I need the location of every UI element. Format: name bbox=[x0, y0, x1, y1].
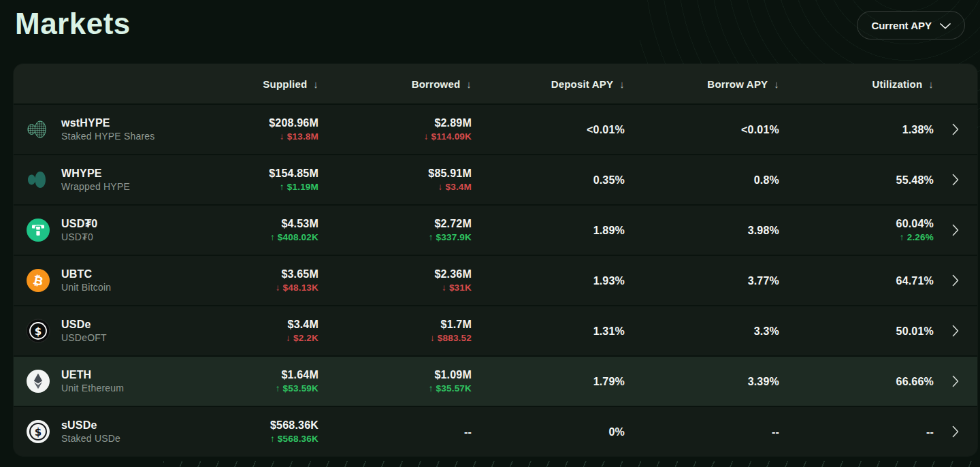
borrow-apy-value: 3.98% bbox=[748, 223, 779, 238]
wsthype-mesh-icon bbox=[26, 117, 50, 142]
asset-cell: ₿ UBTC Unit Bitcoin bbox=[14, 267, 204, 294]
borrowed-cell: $2.72M ↑ $337.9K bbox=[318, 216, 472, 244]
utilization-cell: 1.38% bbox=[779, 123, 934, 137]
arrow-down-icon: ↓ bbox=[466, 78, 472, 90]
row-detail-link[interactable] bbox=[934, 224, 977, 236]
column-header-borrowed[interactable]: Borrowed↓ bbox=[318, 78, 472, 90]
markets-table: Supplied↓ Borrowed↓ Deposit APY↓ Borrow … bbox=[14, 64, 977, 456]
svg-text:$: $ bbox=[35, 426, 42, 438]
chevron-right-icon bbox=[952, 224, 959, 236]
borrowed-value: $1.09M bbox=[434, 368, 472, 382]
borrowed-change: ↓ $114.09K bbox=[424, 130, 472, 143]
row-detail-link[interactable] bbox=[934, 274, 977, 287]
supplied-value: $568.36K bbox=[270, 418, 318, 432]
market-row[interactable]: $ USDe USDeOFT $3.4M ↓ $2.2K $1.7M ↓ $88… bbox=[14, 305, 977, 355]
borrow-apy-value: <0.01% bbox=[741, 123, 779, 137]
deposit-apy-cell: 1.79% bbox=[472, 374, 625, 389]
sort-selector-button[interactable]: Current APY bbox=[857, 11, 965, 39]
borrowed-change: ↓ $3.4M bbox=[438, 180, 472, 193]
borrow-apy-value: 0.8% bbox=[754, 173, 779, 187]
borrow-apy-value: 3.77% bbox=[748, 274, 779, 288]
borrow-apy-cell: 3.39% bbox=[625, 374, 779, 389]
supplied-change: ↓ $13.8M bbox=[280, 130, 318, 143]
row-detail-link[interactable] bbox=[934, 174, 977, 186]
asset-cell: UETH Unit Ethereum bbox=[14, 368, 204, 395]
supplied-change: ↑ $408.02K bbox=[270, 231, 318, 244]
column-header-borrow-apy[interactable]: Borrow APY↓ bbox=[625, 78, 779, 90]
chevron-down-icon bbox=[940, 20, 951, 31]
column-header-utilization[interactable]: Utilization↓ bbox=[779, 78, 934, 90]
deposit-apy-cell: 0.35% bbox=[472, 173, 625, 187]
eth-icon bbox=[26, 369, 50, 393]
background-hatch-pattern bbox=[163, 461, 980, 467]
supplied-value: $4.53M bbox=[281, 216, 318, 231]
supplied-value: $154.85M bbox=[269, 166, 318, 180]
row-detail-link[interactable] bbox=[934, 123, 977, 135]
deposit-apy-cell: 1.31% bbox=[472, 324, 625, 338]
asset-description: Wrapped HYPE bbox=[61, 180, 130, 193]
borrowed-value: $1.7M bbox=[441, 317, 472, 332]
deposit-apy-cell: 1.93% bbox=[472, 274, 625, 288]
asset-description: Staked USDe bbox=[61, 432, 120, 445]
sort-selector-label: Current APY bbox=[871, 20, 932, 31]
asset-cell: wstHYPE Staked HYPE Shares bbox=[14, 116, 204, 143]
asset-name: WHYPE bbox=[61, 166, 130, 180]
market-row[interactable]: USD₮0 USD₮0 $4.53M ↑ $408.02K $2.72M ↑ $… bbox=[14, 204, 977, 255]
utilization-value: 64.71% bbox=[896, 274, 934, 288]
market-row[interactable]: wstHYPE Staked HYPE Shares $208.96M ↓ $1… bbox=[14, 103, 977, 154]
column-header-supplied[interactable]: Supplied↓ bbox=[204, 78, 318, 90]
supplied-change: ↑ $1.19M bbox=[280, 180, 318, 193]
deposit-apy-value: 1.31% bbox=[593, 324, 625, 338]
asset-description: USDeOFT bbox=[61, 332, 107, 344]
supplied-change: ↑ $53.59K bbox=[276, 382, 318, 395]
borrowed-cell: $2.36M ↓ $31K bbox=[318, 267, 472, 294]
market-row[interactable]: WHYPE Wrapped HYPE $154.85M ↑ $1.19M $85… bbox=[14, 154, 977, 204]
borrowed-change: ↓ $883.52 bbox=[430, 332, 472, 344]
row-detail-link[interactable] bbox=[934, 375, 977, 387]
market-row[interactable]: UETH Unit Ethereum $1.64M ↑ $53.59K $1.0… bbox=[14, 355, 977, 406]
market-row[interactable]: $ sUSDe Staked USDe $568.36K ↑ $568.36K … bbox=[14, 406, 977, 456]
borrowed-value: $2.72M bbox=[434, 216, 472, 231]
deposit-apy-value: 1.79% bbox=[593, 374, 625, 389]
borrowed-value: $2.36M bbox=[434, 267, 472, 281]
supplied-value: $1.64M bbox=[281, 368, 318, 382]
utilization-cell: 66.66% bbox=[779, 374, 934, 389]
column-header-deposit-apy[interactable]: Deposit APY↓ bbox=[472, 78, 625, 90]
deposit-apy-cell: 0% bbox=[472, 425, 625, 439]
svg-text:$: $ bbox=[35, 325, 42, 338]
table-header-row: Supplied↓ Borrowed↓ Deposit APY↓ Borrow … bbox=[14, 64, 977, 103]
supplied-cell: $3.65M ↓ $48.13K bbox=[204, 267, 318, 294]
supplied-value: $3.65M bbox=[281, 267, 318, 281]
asset-description: Staked HYPE Shares bbox=[61, 130, 154, 143]
arrow-down-icon: ↓ bbox=[774, 78, 779, 90]
utilization-cell: 60.04% ↑ 2.26% bbox=[779, 216, 934, 244]
utilization-value: 60.04% bbox=[896, 216, 934, 231]
supplied-value: $208.96M bbox=[269, 116, 318, 130]
utilization-value: 1.38% bbox=[902, 123, 934, 137]
chevron-right-icon bbox=[952, 425, 959, 438]
supplied-change: ↓ $48.13K bbox=[276, 281, 318, 294]
asset-name: UETH bbox=[61, 368, 124, 382]
asset-description: Unit Bitcoin bbox=[61, 281, 111, 294]
asset-description: USD₮0 bbox=[61, 231, 97, 244]
btc-icon: ₿ bbox=[26, 268, 50, 293]
susde-icon: $ bbox=[26, 419, 50, 444]
borrow-apy-cell: 3.3% bbox=[625, 324, 779, 338]
borrowed-cell: $1.09M ↑ $35.57K bbox=[318, 368, 472, 395]
whype-icon bbox=[26, 167, 50, 192]
borrow-apy-value: 3.3% bbox=[754, 324, 779, 338]
borrowed-change: ↑ $337.9K bbox=[429, 231, 472, 244]
utilization-value: -- bbox=[926, 425, 934, 439]
borrowed-value: $2.89M bbox=[434, 116, 472, 130]
asset-name: wstHYPE bbox=[61, 116, 154, 130]
borrowed-change: ↓ $31K bbox=[442, 281, 472, 294]
usdt0-icon bbox=[26, 218, 50, 242]
arrow-down-icon: ↓ bbox=[928, 78, 934, 90]
row-detail-link[interactable] bbox=[934, 425, 977, 438]
chevron-right-icon bbox=[952, 123, 959, 135]
borrow-apy-cell: -- bbox=[625, 425, 779, 439]
market-row[interactable]: ₿ UBTC Unit Bitcoin $3.65M ↓ $48.13K $2.… bbox=[14, 255, 977, 305]
row-detail-link[interactable] bbox=[934, 325, 977, 337]
asset-cell: $ USDe USDeOFT bbox=[14, 317, 204, 344]
utilization-value: 55.48% bbox=[896, 173, 934, 187]
